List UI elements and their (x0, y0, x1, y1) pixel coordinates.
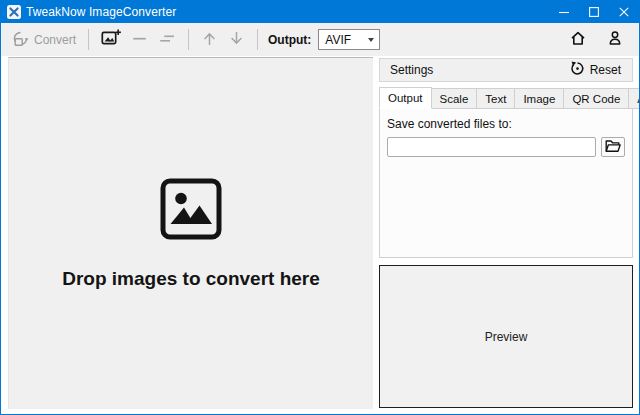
dropzone[interactable]: Drop images to convert here (8, 57, 373, 409)
chevron-down-icon (368, 38, 374, 42)
tab-text[interactable]: Text (476, 88, 515, 109)
browse-folder-icon (605, 139, 621, 156)
close-icon (619, 7, 629, 17)
reset-button[interactable]: Reset (568, 59, 623, 81)
maximize-button[interactable] (579, 1, 609, 23)
move-down-button[interactable] (223, 26, 250, 54)
dropzone-message: Drop images to convert here (62, 268, 320, 290)
move-down-icon (228, 30, 245, 50)
window-controls (549, 1, 639, 23)
clear-list-icon (158, 30, 176, 50)
settings-tabs: Output Scale Text Image QR Code Adjustme… (379, 88, 633, 109)
remove-image-icon (131, 30, 148, 50)
close-button[interactable] (609, 1, 639, 23)
window-title: TweakNow ImageConverter (26, 5, 176, 19)
reset-label: Reset (590, 63, 621, 77)
output-tab-panel: Save converted files to: (379, 108, 633, 258)
preview-panel: Preview (379, 265, 633, 408)
tab-scale[interactable]: Scale (431, 88, 478, 109)
convert-icon (12, 30, 29, 50)
move-up-icon (201, 30, 218, 50)
remove-image-button[interactable] (126, 26, 153, 54)
output-format-value: AVIF (325, 33, 351, 47)
convert-button[interactable]: Convert (7, 26, 81, 54)
home-icon (569, 29, 587, 50)
toolbar-separator (257, 29, 258, 50)
add-images-icon (101, 29, 121, 50)
account-icon (606, 29, 624, 50)
toolbar-separator (88, 29, 89, 50)
settings-header: Settings Reset (379, 58, 633, 82)
clear-list-button[interactable] (153, 26, 181, 54)
app-window: TweakNow ImageConverter Convert (0, 0, 640, 415)
add-images-button[interactable] (96, 25, 126, 54)
titlebar: TweakNow ImageConverter (1, 1, 639, 23)
preview-label: Preview (485, 330, 528, 344)
minimize-button[interactable] (549, 1, 579, 23)
toolbar-separator (188, 29, 189, 50)
move-up-button[interactable] (196, 26, 223, 54)
app-icon (7, 5, 21, 19)
main-area: Drop images to convert here Settings Res… (1, 56, 639, 414)
output-format-label: Output: (268, 33, 311, 47)
settings-title: Settings (390, 63, 433, 77)
reset-icon (570, 61, 585, 79)
browse-folder-button[interactable] (601, 137, 625, 157)
output-format-select[interactable]: AVIF (318, 29, 380, 50)
tab-output[interactable]: Output (379, 87, 432, 109)
tab-adjustments[interactable]: Adjustments (628, 88, 640, 109)
minimize-icon (559, 7, 569, 17)
save-path-label: Save converted files to: (387, 117, 625, 131)
image-placeholder-icon (160, 178, 222, 240)
toolbar: Convert (1, 23, 639, 56)
home-button[interactable] (564, 25, 592, 54)
settings-column: Settings Reset Output Scale Text (379, 58, 633, 410)
save-path-input[interactable] (387, 137, 596, 157)
tab-qr-code[interactable]: QR Code (563, 88, 629, 109)
maximize-icon (589, 7, 599, 17)
convert-label: Convert (34, 33, 76, 47)
tab-image[interactable]: Image (514, 88, 564, 109)
account-button[interactable] (601, 25, 629, 54)
